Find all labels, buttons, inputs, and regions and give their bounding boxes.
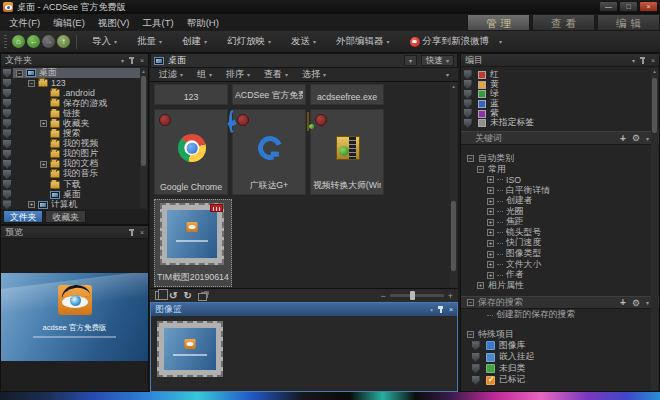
tree-row-desktop-folder[interactable]: 桌面 (1, 190, 148, 200)
expander-icon[interactable]: + (487, 208, 494, 215)
expander-icon[interactable]: + (487, 251, 494, 258)
category-iso[interactable]: +ISO (461, 175, 659, 186)
panel-close-icon[interactable]: × (140, 57, 144, 64)
easy-select-shield-icon[interactable] (472, 341, 480, 350)
maximize-button[interactable]: □ (619, 1, 638, 12)
easy-select-shield-icon[interactable] (3, 180, 11, 189)
expander-icon[interactable]: + (477, 282, 484, 289)
saved-searches-section[interactable]: − 保存的搜索 +⚙▾ (461, 296, 659, 309)
folders-scrollbar[interactable]: ▴ (140, 68, 147, 208)
file-tile-acdsee-shortcut[interactable]: ACDSee 官方免费版 (232, 84, 306, 105)
special-item-embed-pending[interactable]: 嵌入挂起 (461, 352, 659, 364)
tree-row-links[interactable]: 链接 (1, 109, 148, 119)
easy-select-shield-icon[interactable] (3, 150, 11, 159)
expander-icon[interactable]: − (477, 166, 484, 173)
category-shutter-speed[interactable]: +快门速度 (461, 238, 659, 249)
tree-row-my-music[interactable]: 我的音乐 (1, 169, 148, 179)
menu-file[interactable]: 文件(F) (9, 14, 40, 31)
pin-icon[interactable] (640, 57, 646, 64)
tree-row-saved-games[interactable]: 保存的游戏 (1, 98, 148, 108)
menu-tools[interactable]: 工具(T) (142, 14, 173, 31)
special-item-image-well[interactable]: 图像库 (461, 340, 659, 352)
keywords-section[interactable]: 关键词 +⚙▾ (461, 131, 659, 145)
toolbar-overflow-icon[interactable]: ▾ (499, 38, 502, 45)
easy-select-shield-icon[interactable] (3, 170, 11, 179)
tab-manage[interactable]: 管理 (467, 14, 530, 31)
menu-view[interactable]: 视图(V) (98, 14, 130, 31)
gear-icon[interactable]: ⚙ (632, 298, 640, 308)
filterbar-overflow-icon[interactable]: ▾ (446, 71, 449, 78)
menu-help[interactable]: 帮助(H) (187, 14, 219, 31)
tree-row-android[interactable]: .android (1, 88, 148, 98)
expander-icon[interactable]: + (40, 120, 47, 127)
tab-favorites[interactable]: 收藏夹 (45, 210, 85, 223)
easy-select-shield-icon[interactable] (3, 190, 11, 199)
pin-icon[interactable] (438, 306, 444, 313)
panel-close-icon[interactable]: × (449, 306, 453, 313)
scrollbar-thumb[interactable] (652, 78, 657, 133)
dropdown-icon[interactable]: ▾ (646, 135, 649, 142)
slideshow-button[interactable]: 幻灯放映▾ (217, 31, 281, 52)
easy-select-shield-icon[interactable] (3, 79, 11, 88)
stack-icon[interactable] (198, 293, 207, 301)
tree-row-my-documents[interactable]: +我的文档 (1, 159, 148, 169)
scrollbar-thumb[interactable] (141, 76, 146, 166)
pin-icon[interactable] (129, 57, 135, 64)
easy-select-shield-icon[interactable] (3, 140, 11, 149)
back-icon[interactable]: ← (27, 35, 40, 48)
quick-search-box[interactable]: 快速▾ (421, 55, 454, 66)
easy-select-shield-icon[interactable] (464, 119, 472, 128)
easy-select-shield-icon[interactable] (3, 69, 11, 78)
expander-icon[interactable]: − (467, 331, 474, 338)
file-tile-glodon[interactable]: 广联达G+ (232, 109, 306, 195)
scroll-up-icon[interactable]: ▴ (653, 68, 656, 74)
panel-menu-icon[interactable]: ▾ (632, 57, 635, 64)
external-editor-button[interactable]: 外部编辑器▾ (326, 31, 400, 52)
category-group-common[interactable]: −常用 (461, 164, 659, 175)
create-button[interactable]: 创建▾ (172, 31, 217, 52)
easy-select-shield-icon[interactable] (3, 99, 11, 108)
tab-edit[interactable]: 编辑 (597, 14, 660, 31)
easy-select-shield-icon[interactable] (3, 119, 11, 128)
toolbar-grip[interactable] (4, 35, 7, 48)
expander-icon[interactable]: + (487, 261, 494, 268)
scroll-up-icon[interactable]: ▴ (142, 68, 145, 74)
expander-icon[interactable]: − (467, 155, 474, 162)
close-button[interactable]: × (639, 1, 658, 12)
rotate-left-icon[interactable]: ↺ (169, 290, 177, 302)
expander-icon[interactable]: + (487, 229, 494, 236)
file-tile-google-chrome[interactable]: Google Chrome (154, 109, 228, 195)
basket-thumbnail[interactable] (157, 321, 223, 377)
label-row-unlabeled[interactable]: 未指定标签 (461, 118, 659, 128)
tree-row-my-pictures[interactable]: 我的图片 (1, 149, 148, 159)
tree-row-computer[interactable]: +计算机 (1, 200, 148, 209)
tree-row-search[interactable]: 搜索 (1, 129, 148, 139)
batch-button[interactable]: 批量▾ (127, 31, 172, 52)
category-photo-properties[interactable]: +相片属性 (461, 281, 659, 292)
up-icon[interactable]: ↑ (57, 35, 70, 48)
zoom-in-icon[interactable]: + (448, 291, 453, 301)
category-white-balance[interactable]: +白平衡详情 (461, 185, 659, 196)
sort-button[interactable]: 排序▾ (226, 68, 250, 81)
zoom-out-icon[interactable]: − (380, 291, 385, 301)
special-item-tagged[interactable]: ✓已标记 (461, 375, 659, 387)
tree-row-favorites[interactable]: +收藏夹 (1, 119, 148, 129)
gear-icon[interactable]: ⚙ (632, 133, 640, 143)
panel-menu-icon[interactable]: ▾ (430, 306, 433, 313)
special-item-uncategorized[interactable]: 未归类 (461, 363, 659, 375)
tab-view[interactable]: 查看 (532, 14, 595, 31)
scroll-up-icon[interactable]: ▴ (452, 83, 455, 89)
easy-select-shield-icon[interactable] (464, 99, 472, 108)
group-button[interactable]: 组▾ (197, 68, 212, 81)
expander-icon[interactable]: + (40, 161, 47, 168)
expander-icon[interactable]: + (487, 240, 494, 247)
breadcrumb-dropdown-icon[interactable]: ▾ (404, 55, 417, 66)
easy-select-shield-icon[interactable] (464, 90, 472, 99)
breadcrumb-location[interactable]: 桌面 (168, 54, 186, 67)
tree-row-123[interactable]: −123 (1, 78, 148, 88)
copy-icon[interactable] (155, 291, 163, 300)
view-button[interactable]: 查看▾ (264, 68, 288, 81)
easy-select-shield-icon[interactable] (464, 70, 472, 79)
tree-row-downloads[interactable]: 下载 (1, 180, 148, 190)
scrollbar-thumb[interactable] (451, 201, 456, 271)
